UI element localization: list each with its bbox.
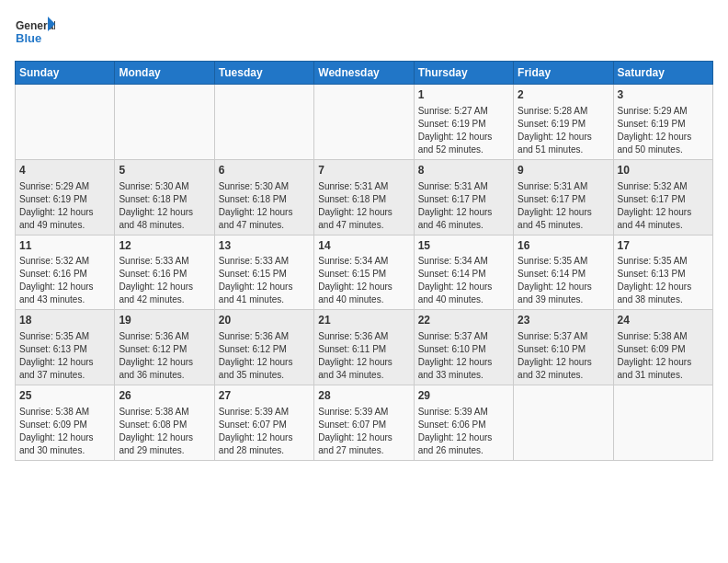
calendar-day-cell: 9Sunrise: 5:31 AMSunset: 6:17 PMDaylight… [514, 159, 613, 235]
day-number: 26 [119, 388, 210, 404]
calendar-day-cell [16, 85, 115, 160]
day-number: 27 [219, 388, 310, 404]
day-number: 24 [618, 313, 709, 328]
day-info: Sunrise: 5:37 AMSunset: 6:10 PMDaylight:… [418, 330, 509, 382]
calendar-day-cell: 18Sunrise: 5:35 AMSunset: 6:13 PMDayligh… [16, 310, 115, 385]
day-of-week-header: Friday [514, 62, 613, 85]
day-number: 11 [19, 238, 110, 254]
day-info: Sunrise: 5:33 AMSunset: 6:15 PMDaylight:… [219, 255, 310, 306]
day-info: Sunrise: 5:37 AMSunset: 6:10 PMDaylight:… [518, 330, 609, 382]
day-info: Sunrise: 5:32 AMSunset: 6:17 PMDaylight:… [618, 180, 709, 232]
calendar-table: SundayMondayTuesdayWednesdayThursdayFrid… [15, 61, 713, 461]
calendar-day-cell: 13Sunrise: 5:33 AMSunset: 6:15 PMDayligh… [214, 235, 313, 310]
calendar-day-cell: 5Sunrise: 5:30 AMSunset: 6:18 PMDaylight… [115, 159, 214, 235]
day-number: 14 [318, 238, 409, 254]
calendar-day-cell: 17Sunrise: 5:35 AMSunset: 6:13 PMDayligh… [613, 235, 712, 310]
calendar-day-cell: 28Sunrise: 5:39 AMSunset: 6:07 PMDayligh… [314, 385, 414, 461]
day-info: Sunrise: 5:36 AMSunset: 6:12 PMDaylight:… [219, 330, 310, 382]
calendar-day-cell: 26Sunrise: 5:38 AMSunset: 6:08 PMDayligh… [115, 385, 214, 461]
day-info: Sunrise: 5:30 AMSunset: 6:18 PMDaylight:… [119, 180, 210, 232]
calendar-day-cell: 19Sunrise: 5:36 AMSunset: 6:12 PMDayligh… [115, 310, 214, 385]
day-info: Sunrise: 5:31 AMSunset: 6:17 PMDaylight:… [518, 180, 609, 232]
calendar-day-cell: 20Sunrise: 5:36 AMSunset: 6:12 PMDayligh… [214, 310, 313, 385]
svg-text:Blue: Blue [16, 31, 41, 45]
day-info: Sunrise: 5:28 AMSunset: 6:19 PMDaylight:… [518, 105, 609, 156]
day-info: Sunrise: 5:31 AMSunset: 6:17 PMDaylight:… [418, 180, 509, 232]
day-info: Sunrise: 5:35 AMSunset: 6:13 PMDaylight:… [19, 330, 110, 382]
calendar-day-cell: 27Sunrise: 5:39 AMSunset: 6:07 PMDayligh… [214, 385, 313, 461]
calendar-header-row: SundayMondayTuesdayWednesdayThursdayFrid… [16, 62, 713, 85]
day-info: Sunrise: 5:39 AMSunset: 6:06 PMDaylight:… [418, 406, 509, 457]
day-info: Sunrise: 5:38 AMSunset: 6:09 PMDaylight:… [618, 330, 709, 382]
calendar-day-cell: 11Sunrise: 5:32 AMSunset: 6:16 PMDayligh… [16, 235, 115, 310]
calendar-day-cell: 10Sunrise: 5:32 AMSunset: 6:17 PMDayligh… [613, 159, 712, 235]
day-info: Sunrise: 5:32 AMSunset: 6:16 PMDaylight:… [19, 255, 110, 306]
day-number: 5 [119, 163, 210, 178]
day-info: Sunrise: 5:30 AMSunset: 6:18 PMDaylight:… [219, 180, 310, 232]
day-info: Sunrise: 5:35 AMSunset: 6:14 PMDaylight:… [518, 255, 609, 306]
day-number: 12 [119, 238, 210, 254]
calendar-day-cell: 14Sunrise: 5:34 AMSunset: 6:15 PMDayligh… [314, 235, 414, 310]
day-number: 29 [418, 388, 509, 404]
day-number: 20 [219, 313, 310, 328]
day-of-week-header: Sunday [16, 62, 115, 85]
day-info: Sunrise: 5:38 AMSunset: 6:09 PMDaylight:… [19, 406, 110, 457]
day-info: Sunrise: 5:35 AMSunset: 6:13 PMDaylight:… [618, 255, 709, 306]
day-info: Sunrise: 5:38 AMSunset: 6:08 PMDaylight:… [119, 406, 210, 457]
calendar-day-cell: 15Sunrise: 5:34 AMSunset: 6:14 PMDayligh… [414, 235, 513, 310]
day-info: Sunrise: 5:34 AMSunset: 6:14 PMDaylight:… [418, 255, 509, 306]
day-info: Sunrise: 5:36 AMSunset: 6:12 PMDaylight:… [119, 330, 210, 382]
calendar-day-cell [214, 85, 313, 160]
day-number: 7 [318, 163, 409, 178]
calendar-day-cell: 24Sunrise: 5:38 AMSunset: 6:09 PMDayligh… [613, 310, 712, 385]
logo: General Blue [15, 15, 55, 53]
day-info: Sunrise: 5:34 AMSunset: 6:15 PMDaylight:… [318, 255, 409, 306]
calendar-week-row: 4Sunrise: 5:29 AMSunset: 6:19 PMDaylight… [16, 159, 713, 235]
day-number: 17 [618, 238, 709, 254]
day-number: 3 [618, 87, 709, 103]
page-header: General Blue [15, 15, 713, 53]
calendar-day-cell: 21Sunrise: 5:36 AMSunset: 6:11 PMDayligh… [314, 310, 414, 385]
calendar-day-cell [314, 85, 414, 160]
day-number: 22 [418, 313, 509, 328]
day-number: 9 [518, 163, 609, 178]
calendar-day-cell [613, 385, 712, 461]
day-number: 19 [119, 313, 210, 328]
calendar-day-cell [514, 385, 613, 461]
calendar-day-cell: 22Sunrise: 5:37 AMSunset: 6:10 PMDayligh… [414, 310, 513, 385]
day-info: Sunrise: 5:36 AMSunset: 6:11 PMDaylight:… [318, 330, 409, 382]
calendar-day-cell: 8Sunrise: 5:31 AMSunset: 6:17 PMDaylight… [414, 159, 513, 235]
day-info: Sunrise: 5:33 AMSunset: 6:16 PMDaylight:… [119, 255, 210, 306]
day-number: 21 [318, 313, 409, 328]
day-number: 18 [19, 313, 110, 328]
calendar-day-cell: 25Sunrise: 5:38 AMSunset: 6:09 PMDayligh… [16, 385, 115, 461]
calendar-day-cell: 3Sunrise: 5:29 AMSunset: 6:19 PMDaylight… [613, 85, 712, 160]
calendar-day-cell [115, 85, 214, 160]
day-number: 6 [219, 163, 310, 178]
day-info: Sunrise: 5:29 AMSunset: 6:19 PMDaylight:… [19, 180, 110, 232]
calendar-day-cell: 29Sunrise: 5:39 AMSunset: 6:06 PMDayligh… [414, 385, 513, 461]
calendar-week-row: 1Sunrise: 5:27 AMSunset: 6:19 PMDaylight… [16, 85, 713, 160]
day-of-week-header: Tuesday [214, 62, 313, 85]
day-of-week-header: Monday [115, 62, 214, 85]
day-number: 1 [418, 87, 509, 103]
calendar-day-cell: 16Sunrise: 5:35 AMSunset: 6:14 PMDayligh… [514, 235, 613, 310]
day-number: 13 [219, 238, 310, 254]
calendar-day-cell: 2Sunrise: 5:28 AMSunset: 6:19 PMDaylight… [514, 85, 613, 160]
calendar-day-cell: 23Sunrise: 5:37 AMSunset: 6:10 PMDayligh… [514, 310, 613, 385]
day-number: 8 [418, 163, 509, 178]
day-number: 10 [618, 163, 709, 178]
calendar-week-row: 18Sunrise: 5:35 AMSunset: 6:13 PMDayligh… [16, 310, 713, 385]
day-info: Sunrise: 5:27 AMSunset: 6:19 PMDaylight:… [418, 105, 509, 156]
calendar-week-row: 25Sunrise: 5:38 AMSunset: 6:09 PMDayligh… [16, 385, 713, 461]
calendar-day-cell: 6Sunrise: 5:30 AMSunset: 6:18 PMDaylight… [214, 159, 313, 235]
calendar-week-row: 11Sunrise: 5:32 AMSunset: 6:16 PMDayligh… [16, 235, 713, 310]
calendar-day-cell: 4Sunrise: 5:29 AMSunset: 6:19 PMDaylight… [16, 159, 115, 235]
day-number: 25 [19, 388, 110, 404]
calendar-day-cell: 7Sunrise: 5:31 AMSunset: 6:18 PMDaylight… [314, 159, 414, 235]
calendar-day-cell: 12Sunrise: 5:33 AMSunset: 6:16 PMDayligh… [115, 235, 214, 310]
day-number: 2 [518, 87, 609, 103]
calendar-day-cell: 1Sunrise: 5:27 AMSunset: 6:19 PMDaylight… [414, 85, 513, 160]
day-number: 15 [418, 238, 509, 254]
logo-svg: General Blue [15, 15, 55, 53]
